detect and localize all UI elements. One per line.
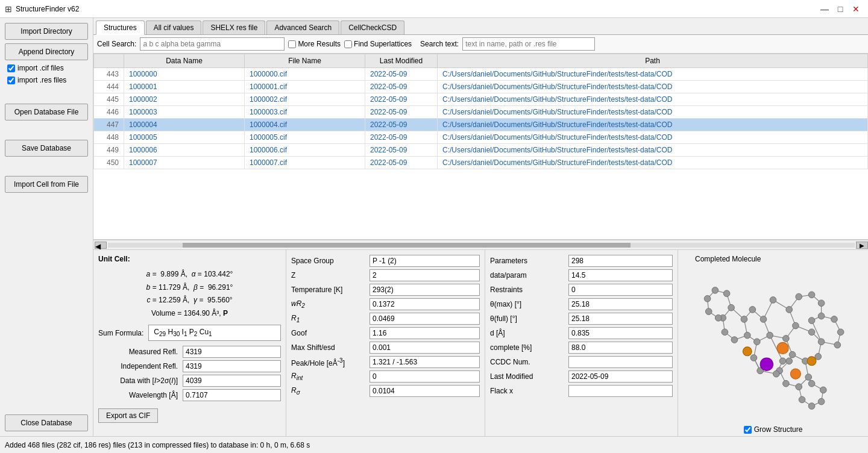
table-row[interactable]: 445 1000002 1000002.cif 2022-05-09 C:/Us… [94,93,868,106]
last-modified-cell: 2022-05-09 [365,93,438,106]
svg-point-60 [783,336,790,342]
rsigma-label: Rσ [291,386,370,396]
wavelength-input[interactable] [183,389,281,401]
measured-refl-row: Measured Refl. [98,346,281,358]
col-last-modified: Last Modified [365,54,438,68]
close-database-button[interactable]: Close Database [5,414,88,431]
close-button[interactable]: ✕ [849,2,863,16]
theta-full-input[interactable] [568,313,673,325]
find-superlattices-checkbox[interactable] [344,40,352,48]
params-input[interactable] [568,255,673,267]
tab-cellcheck[interactable]: CellCheckCSD [341,20,404,34]
tab-all-cif[interactable]: All cif values [146,20,202,34]
cell-search-input[interactable] [140,37,285,51]
file-name-cell: 1000002.cif [245,93,365,106]
import-cell-button[interactable]: Import Cell from File [5,176,88,193]
complete-label: complete [%] [490,343,568,352]
svg-point-93 [723,290,730,297]
grow-structure-checkbox[interactable] [744,426,752,434]
z-label: Z [291,271,370,280]
measured-refl-input[interactable] [183,346,281,358]
scroll-left-btn[interactable]: ◀ [95,242,107,249]
r1-row: R1 [291,313,480,325]
svg-point-104 [790,369,800,379]
independent-refl-input[interactable] [183,360,281,372]
ccdc-input[interactable] [568,356,673,368]
rsigma-row: Rσ [291,385,480,397]
wr2-input[interactable] [370,298,480,310]
maximize-button[interactable]: □ [833,2,848,16]
theta-full-row: θ(full) [°] [490,313,673,325]
import-directory-button[interactable]: Import Directory [5,23,88,40]
append-directory-button[interactable]: Append Directory [5,43,88,60]
col-path: Path [438,54,868,68]
table-row[interactable]: 450 1000007 1000007.cif 2022-05-09 C:/Us… [94,157,868,169]
measured-refl-label: Measured Refl. [98,348,183,356]
last-modified-cell: 2022-05-09 [365,68,438,81]
r1-input[interactable] [370,313,480,325]
export-cif-button[interactable]: Export as CIF [98,408,158,423]
more-results-checkbox-row: More Results [288,40,341,48]
file-name-cell: 1000005.cif [245,131,365,144]
save-database-button[interactable]: Save Database [5,140,88,157]
table-row[interactable]: 448 1000005 1000005.cif 2022-05-09 C:/Us… [94,131,868,144]
table-row[interactable]: 449 1000006 1000006.cif 2022-05-09 C:/Us… [94,144,868,157]
rint-input[interactable] [370,370,480,383]
d-input[interactable] [568,327,673,339]
svg-point-81 [796,293,802,300]
last-modified-params-input[interactable] [568,370,673,383]
peakhole-input[interactable] [370,356,480,368]
grow-structure-row: Grow Structure [744,425,803,434]
tab-structures[interactable]: Structures [96,20,145,35]
svg-point-67 [808,329,815,336]
open-database-button[interactable]: Open Database File [5,104,88,120]
scroll-right-btn[interactable]: ▶ [856,242,868,249]
sg-input[interactable] [370,255,480,267]
space-group-panel: Space Group Z Temperature [K] wR2 R1 [286,250,485,436]
svg-point-58 [786,307,793,313]
row-num: 449 [94,144,124,157]
import-res-checkbox[interactable] [7,77,15,84]
table-row[interactable]: 444 1000001 1000001.cif 2022-05-09 C:/Us… [94,81,868,93]
complete-input[interactable] [568,342,673,354]
tab-bar: Structures All cif values SHELX res file… [93,18,868,35]
minimize-button[interactable]: — [817,2,832,16]
independent-refl-row: Independent Refl. [98,360,281,372]
import-cif-label: import .cif files [17,64,64,72]
data-input[interactable] [183,375,281,387]
svg-point-103 [777,342,788,354]
svg-point-97 [715,314,722,321]
sg-label: Space Group [291,257,370,265]
goof-input[interactable] [370,327,480,339]
svg-point-66 [818,339,825,345]
maxshift-input[interactable] [370,342,480,354]
svg-point-83 [818,300,825,307]
restraints-input[interactable] [568,284,673,296]
table-row[interactable]: 447 1000004 1000004.cif 2022-05-09 C:/Us… [94,119,868,131]
flack-input[interactable] [568,385,673,397]
main-content: Import Directory Append Directory import… [0,18,868,436]
z-input[interactable] [370,269,480,281]
row-num: 446 [94,106,124,119]
left-panel: Import Directory Append Directory import… [0,18,93,436]
path-cell: C:/Users/daniel/Documents/GitHub/Structu… [438,106,868,119]
temp-input[interactable] [370,284,480,296]
rint-label: Rint [291,372,370,381]
table-row[interactable]: 446 1000003 1000003.cif 2022-05-09 C:/Us… [94,106,868,119]
search-text-input[interactable] [462,37,595,51]
file-name-cell: 1000003.cif [245,106,365,119]
data-name-cell: 1000005 [124,131,245,144]
tab-advanced-search[interactable]: Advanced Search [266,20,339,34]
more-results-checkbox[interactable] [288,40,296,48]
theta-max-input[interactable] [568,298,673,310]
table-row[interactable]: 443 1000000 1000000.cif 2022-05-09 C:/Us… [94,68,868,81]
data-param-input[interactable] [568,269,673,281]
svg-point-92 [728,304,735,311]
statusbar: Added 468 files (282 cif, 186 res) files… [0,436,868,453]
tab-shelx[interactable]: SHELX res file [203,20,265,34]
rsigma-input[interactable] [370,385,480,397]
last-modified-cell: 2022-05-09 [365,106,438,119]
import-cif-checkbox[interactable] [7,64,15,72]
svg-point-88 [834,342,841,348]
maxshift-row: Max Shift/esd [291,342,480,354]
